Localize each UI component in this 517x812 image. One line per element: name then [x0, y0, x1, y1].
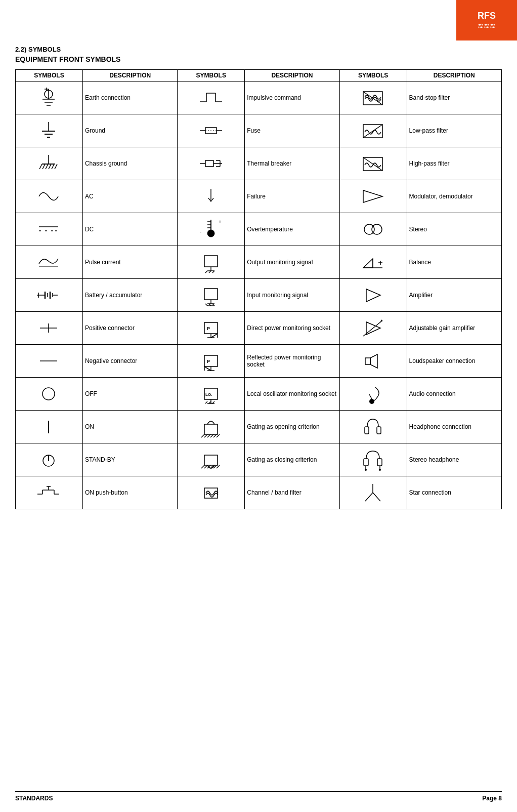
sym3-cell-6	[339, 279, 407, 312]
svg-text:P: P	[207, 326, 210, 331]
sym3-cell-8	[339, 345, 407, 378]
svg-line-59	[205, 271, 207, 273]
table-row: Chassis ground Thermal breaker High-pass…	[16, 147, 502, 180]
desc1-cell-7: Positive connector	[82, 312, 177, 345]
sym1-cell-5	[16, 246, 83, 279]
desc2-cell-2: Thermal breaker	[245, 147, 339, 180]
col3-desc-header: DESCRIPTION	[407, 70, 501, 82]
svg-point-137	[379, 469, 381, 471]
svg-line-148	[373, 493, 380, 501]
symbols-table: SYMBOLS DESCRIPTION SYMBOLS DESCRIPTION …	[15, 69, 502, 509]
desc3-cell-7: Adjustable gain amplifier	[407, 312, 501, 345]
sym1-cell-2	[16, 147, 83, 180]
desc3-cell-10: Headphone connection	[407, 411, 501, 443]
sym1-cell-7	[16, 312, 83, 345]
desc3-cell-9: Audio connection	[407, 378, 501, 411]
desc3-cell-3: Modulator, demodulator	[407, 180, 501, 213]
sym2-cell-9: LO.	[178, 378, 245, 411]
sym1-cell-3	[16, 180, 83, 213]
table-row: OFF LO. Local oscillator monitoring sock…	[16, 378, 502, 411]
footer-right: Page 8	[482, 795, 502, 802]
sym2-cell-8: P	[178, 345, 245, 378]
col3-sym-header: SYMBOLS	[339, 70, 407, 82]
svg-rect-125	[204, 455, 218, 465]
sym3-cell-12	[339, 476, 407, 509]
svg-line-28	[46, 164, 48, 169]
col2-sym-header: SYMBOLS	[178, 70, 245, 82]
svg-line-31	[55, 164, 57, 169]
table-header-row: SYMBOLS DESCRIPTION SYMBOLS DESCRIPTION …	[16, 70, 502, 82]
sym1-cell-10	[16, 411, 83, 443]
desc1-cell-1: Ground	[82, 114, 177, 147]
svg-rect-75	[204, 289, 218, 300]
sym2-cell-1	[178, 114, 245, 147]
sym1-cell-9	[16, 378, 83, 411]
sym3-cell-1	[339, 114, 407, 147]
sym3-cell-11	[339, 443, 407, 476]
svg-line-13	[363, 92, 382, 105]
desc3-cell-11: Stereo headphone	[407, 443, 501, 476]
sym1-cell-4	[16, 213, 83, 246]
table-row: DC - + Overtemperature Stereo	[16, 213, 502, 246]
desc3-cell-1: Low-pass filter	[407, 114, 501, 147]
sym2-cell-4: - +	[178, 213, 245, 246]
svg-rect-56	[204, 256, 218, 267]
sym2-cell-2	[178, 147, 245, 180]
desc2-cell-8: Reflected power monitoring socket	[245, 345, 339, 378]
desc2-cell-0: Impulsive command	[245, 82, 339, 114]
col1-desc-header: DESCRIPTION	[82, 70, 177, 82]
svg-line-99	[204, 367, 211, 371]
desc1-cell-2: Chassis ground	[82, 147, 177, 180]
footer: STANDARDS Page 8	[15, 791, 502, 802]
desc3-cell-4: Stereo	[407, 213, 501, 246]
desc2-cell-4: Overtemperature	[245, 213, 339, 246]
table-row: Ground Fuse Low-pass filter	[16, 114, 502, 147]
svg-line-116	[204, 434, 207, 437]
table-row: Positive connector P Direct power monito…	[16, 312, 502, 345]
table-row: AC Failure Modulator, demodulator	[16, 180, 502, 213]
sym1-cell-12	[16, 476, 83, 509]
svg-rect-114	[204, 424, 218, 434]
svg-line-126	[201, 465, 204, 468]
svg-rect-121	[365, 427, 369, 434]
table-row: ON Gating as opening criterion Headphone…	[16, 411, 502, 443]
svg-line-89	[211, 334, 218, 338]
table-row: Pulse current Output monitoring signal B…	[16, 246, 502, 279]
svg-rect-95	[204, 355, 218, 367]
desc2-cell-12: Channel / band filter	[245, 476, 339, 509]
sym1-cell-1	[16, 114, 83, 147]
svg-line-23	[363, 125, 382, 138]
page-content: 2.2) SYMBOLS EQUIPMENT FRONT SYMBOLS SYM…	[0, 0, 517, 540]
section-name: EQUIPMENT FRONT SYMBOLS	[15, 55, 502, 63]
svg-line-119	[213, 434, 217, 437]
sym2-cell-3	[178, 180, 245, 213]
svg-line-115	[201, 434, 204, 437]
header-logo: RFS ≋≋≋	[456, 0, 517, 40]
sym2-cell-0	[178, 82, 245, 114]
desc1-cell-3: AC	[82, 180, 177, 213]
desc2-cell-5: Output monitoring signal	[245, 246, 339, 279]
svg-rect-122	[377, 427, 381, 434]
desc3-cell-12: Star connection	[407, 476, 501, 509]
desc3-cell-8: Loudspeaker connection	[407, 345, 501, 378]
svg-point-111	[369, 399, 374, 404]
svg-line-27	[42, 164, 45, 169]
sym1-cell-6	[16, 279, 83, 312]
desc1-cell-10: ON	[82, 411, 177, 443]
desc2-cell-10: Gating as opening criterion	[245, 411, 339, 443]
svg-line-39	[363, 157, 382, 171]
svg-line-30	[52, 164, 54, 169]
svg-line-127	[204, 465, 207, 468]
sym3-cell-2	[339, 147, 407, 180]
svg-marker-41	[363, 190, 382, 202]
table-row: Negative connector P Reflected power mon…	[16, 345, 502, 378]
desc1-cell-8: Negative connector	[82, 345, 177, 378]
svg-line-118	[210, 434, 213, 437]
sym3-cell-7	[339, 312, 407, 345]
svg-text:-: -	[200, 229, 201, 234]
svg-point-103	[42, 388, 55, 400]
svg-point-54	[372, 224, 382, 234]
svg-rect-33	[205, 160, 213, 167]
rfs-waves: ≋≋≋	[478, 22, 496, 30]
desc1-cell-9: OFF	[82, 378, 177, 411]
